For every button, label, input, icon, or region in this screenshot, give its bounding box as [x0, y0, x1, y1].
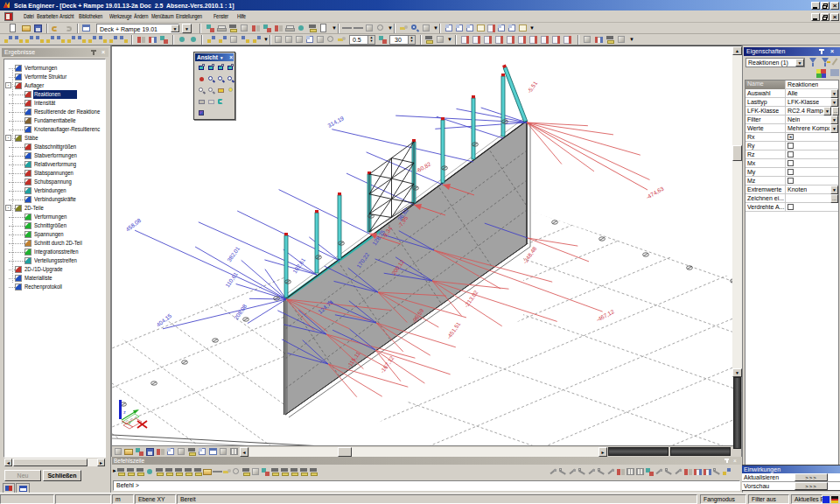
- svg-text:404,15: 404,15: [155, 312, 172, 328]
- svg-text:-248,48: -248,48: [522, 245, 538, 264]
- svg-text:110,61: 110,61: [224, 270, 239, 288]
- svg-text:-451,51: -451,51: [445, 320, 462, 340]
- svg-text:z: z: [123, 410, 126, 415]
- svg-text:-474,63: -474,63: [645, 186, 665, 200]
- svg-text:458,08: 458,08: [124, 217, 142, 233]
- svg-text:-60,82: -60,82: [415, 160, 432, 173]
- svg-text:314,19: 314,19: [326, 115, 345, 129]
- svg-text:-5,51: -5,51: [526, 80, 538, 94]
- svg-text:y: y: [129, 419, 131, 424]
- svg-text:382,01: 382,01: [226, 245, 241, 263]
